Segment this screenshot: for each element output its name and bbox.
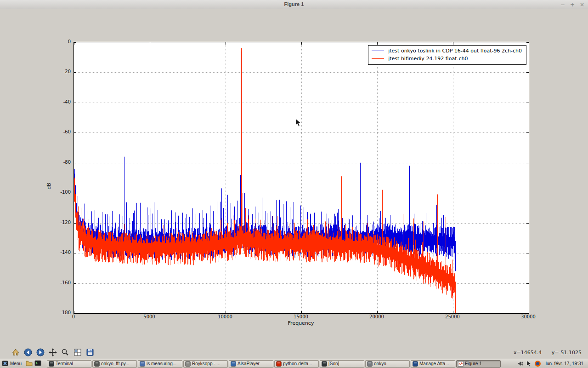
quick-launchers (25, 360, 42, 368)
plot-axes[interactable]: jtest onkyo toslink in CDP 16-44 out flo… (74, 42, 529, 314)
sound-window-icon (322, 361, 327, 367)
window-controls: − + × (560, 1, 584, 8)
figure-icon (458, 361, 464, 367)
save-icon (85, 348, 95, 359)
zoom-button[interactable] (60, 348, 71, 358)
window-titlebar[interactable]: Figure 1 − + × (0, 0, 588, 10)
terminal-icon (49, 361, 54, 367)
arrow-cursor-icon (295, 118, 302, 127)
taskbar-window-button[interactable]: onkyo_fft.py... (92, 360, 137, 368)
terminal-launcher-launcher[interactable] (34, 360, 42, 368)
subplots-icon (73, 348, 82, 359)
y-tick-label: -160 (50, 280, 71, 286)
back-icon (23, 348, 33, 359)
legend-entry: jtest onkyo toslink in CDP 16-44 out flo… (372, 47, 522, 55)
clock: lun. févr. 17, 19:31 (543, 361, 588, 366)
task-label: Manage Atta... (419, 361, 449, 366)
home-button[interactable] (10, 348, 21, 358)
applications-icon (2, 360, 8, 368)
mouse-cursor (295, 118, 302, 127)
legend: jtest onkyo toslink in CDP 16-44 out flo… (368, 45, 526, 65)
task-label: [Son] (328, 361, 339, 366)
taskbar-window-button[interactable]: ls measuring... (138, 360, 182, 368)
y-tick-label: -40 (50, 99, 71, 105)
terminal-launcher-icon (34, 360, 41, 368)
toolbar-buttons (10, 348, 97, 358)
y-tick-label: -140 (50, 250, 71, 255)
x-tick-label: 20000 (365, 314, 388, 320)
attachment-icon (413, 361, 418, 367)
spectrum-plot-canvas[interactable] (74, 42, 529, 313)
taskbar-window-button[interactable]: Manage Atta... (411, 360, 455, 368)
taskbar-window-button[interactable]: [Son] (320, 360, 364, 368)
search-icon (140, 361, 145, 367)
music-icon (185, 361, 191, 367)
system-tray (515, 360, 543, 367)
pan-icon (48, 348, 57, 359)
folder-icon (367, 361, 373, 367)
file-manager-icon (26, 360, 33, 368)
taskbar-window-button[interactable]: AlsaPlayer (229, 360, 273, 368)
legend-entry: jtest hifimediy 24-192 float-ch0 (372, 55, 522, 63)
y-tick-label: -100 (50, 190, 71, 195)
legend-label: jtest hifimediy 24-192 float-ch0 (388, 56, 468, 62)
taskbar-window-button[interactable]: Royksopp - ... (183, 360, 228, 368)
volume-icon[interactable] (517, 360, 524, 367)
y-tick-label: -120 (50, 220, 71, 225)
menu-button[interactable]: Menu (0, 359, 25, 368)
script-icon (94, 361, 100, 367)
pointer-icon[interactable] (526, 360, 532, 367)
cursor-x-readout: x=14654.4 (514, 350, 542, 356)
legend-label: jtest onkyo toslink in CDP 16-44 out flo… (388, 48, 522, 54)
minimize-button[interactable]: − (560, 1, 565, 8)
y-tick-label: -80 (50, 160, 71, 165)
mpl-toolbar: x=14654.4 y=-51.1025 (0, 347, 588, 359)
task-label: Terminal (56, 361, 73, 366)
y-tick-label: 0 (50, 39, 71, 45)
file-manager-launcher[interactable] (25, 360, 33, 368)
firefox-icon[interactable] (534, 360, 541, 367)
y-tick-label: -20 (50, 69, 71, 75)
menu-label: Menu (10, 361, 22, 366)
task-label: ls measuring... (147, 361, 176, 366)
y-tick-label: -60 (50, 129, 71, 135)
save-button[interactable] (85, 348, 96, 358)
zoom-icon (61, 348, 70, 359)
taskbar-window-button[interactable]: Terminal (47, 360, 91, 368)
x-tick-label: 25000 (441, 314, 464, 320)
pan-button[interactable] (47, 348, 58, 358)
x-tick-label: 30000 (517, 314, 540, 320)
legend-line-sample (372, 58, 384, 59)
task-label: onkyo (374, 361, 386, 366)
task-label: Royksopp - ... (192, 361, 220, 366)
task-label: onkyo_fft.py... (101, 361, 129, 366)
x-axis-label: Frequency (74, 320, 528, 326)
taskbar-window-button[interactable]: Figure 1 (456, 360, 501, 368)
player-icon (231, 361, 236, 367)
cursor-coordinates: x=14654.4 y=-51.1025 (505, 350, 582, 356)
window-title: Figure 1 (0, 1, 588, 7)
desktop: Figure 1 − + × jtest onkyo toslink in CD… (0, 0, 588, 368)
back-button[interactable] (23, 348, 34, 358)
window-tasklist: Terminalonkyo_fft.py...ls measuring...Ro… (47, 360, 512, 368)
subplots-button[interactable] (72, 348, 83, 358)
taskbar: Menu Terminalonkyo_fft.py...ls measuring… (0, 359, 588, 368)
forward-button[interactable] (35, 348, 46, 358)
task-label: Figure 1 (465, 361, 482, 366)
forward-icon (36, 348, 45, 359)
x-tick-label: 15000 (289, 314, 312, 320)
y-axis-label: dB (46, 183, 52, 190)
close-button[interactable]: × (580, 1, 584, 8)
task-label: python-delta... (283, 361, 312, 366)
python-icon (276, 361, 282, 367)
taskbar-window-button[interactable]: onkyo (365, 360, 410, 368)
x-tick-label: 10000 (214, 314, 237, 320)
figure-canvas: jtest onkyo toslink in CDP 16-44 out flo… (0, 9, 588, 347)
taskbar-window-button[interactable]: python-delta... (274, 360, 319, 368)
home-icon (11, 348, 20, 359)
x-tick-label: 5000 (138, 314, 161, 320)
y-tick-label: -180 (50, 310, 71, 316)
cursor-y-readout: y=-51.1025 (552, 350, 582, 356)
maximize-button[interactable]: + (570, 1, 575, 8)
legend-line-sample (372, 51, 384, 51)
